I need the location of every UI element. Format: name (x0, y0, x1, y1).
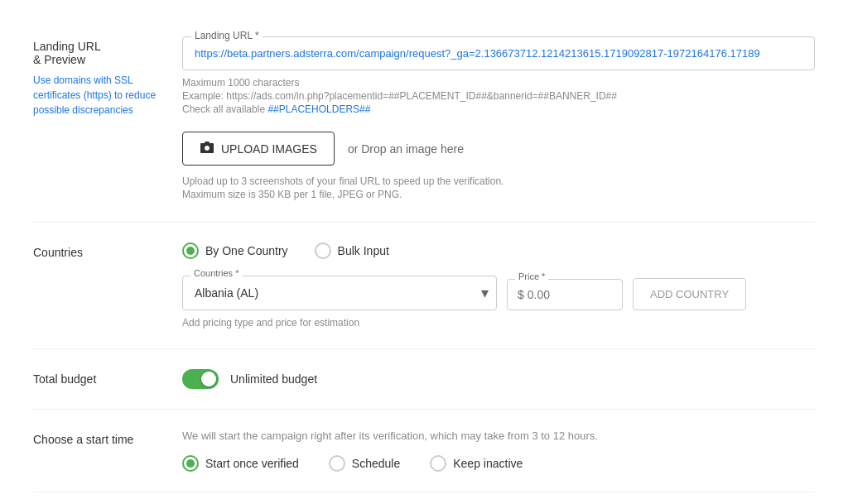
url-hint-max: Maximum 1000 characters (182, 77, 815, 89)
upload-hint2: Maximum size is 350 KB per 1 file, JPEG … (182, 189, 815, 200)
landing-url-label: Landing URL& Preview Use domains with SS… (33, 36, 182, 202)
placeholders-link[interactable]: ##PLACEHOLDERS## (267, 103, 370, 115)
radio-circle-bulk-input (315, 242, 331, 259)
camera-icon (200, 141, 214, 156)
upload-button-label: UPLOAD IMAGES (221, 142, 317, 156)
radio-circle-by-one-country (182, 242, 199, 259)
start-time-hint: We will start the campaign right after i… (182, 430, 815, 442)
radio-circle-keep-inactive (430, 455, 446, 472)
radio-label-schedule: Schedule (352, 457, 400, 470)
radio-label-start-verified: Start once verified (205, 457, 299, 470)
countries-radio-group: By One Country Bulk Input (182, 242, 815, 259)
url-value: https://beta.partners.adsterra.com/campa… (195, 47, 802, 60)
start-time-radio-group: Start once verified Schedule Keep inacti… (182, 455, 815, 472)
drop-text: or Drop an image here (348, 142, 464, 156)
radio-circle-start-verified (182, 455, 199, 472)
url-hint-example: Example: https://ads.com/in.php?placemen… (182, 90, 815, 102)
url-field-label: Landing URL * (191, 30, 263, 41)
radio-keep-inactive[interactable]: Keep inactive (430, 455, 523, 472)
upload-images-button[interactable]: UPLOAD IMAGES (182, 132, 335, 166)
price-symbol: $ (518, 288, 524, 301)
countries-hint: Add pricing type and price for estimatio… (182, 317, 815, 329)
radio-label-by-one-country: By One Country (205, 244, 288, 257)
countries-select-label: Countries * (190, 268, 242, 278)
price-wrapper: Price * $ (507, 279, 623, 310)
countries-select-wrapper: Countries * Albania (AL) ▾ (182, 276, 497, 310)
countries-section-label: Countries (33, 242, 182, 329)
countries-select[interactable]: Albania (AL) (182, 276, 497, 310)
radio-label-keep-inactive: Keep inactive (453, 457, 523, 470)
unlimited-budget-toggle[interactable] (182, 369, 219, 389)
radio-by-one-country[interactable]: By One Country (182, 242, 288, 259)
radio-start-verified[interactable]: Start once verified (182, 455, 299, 472)
radio-bulk-input[interactable]: Bulk Input (315, 242, 389, 259)
radio-label-bulk-input: Bulk Input (338, 244, 389, 257)
price-field-label: Price * (515, 271, 548, 281)
price-input-row: $ (507, 279, 623, 310)
price-input[interactable] (528, 288, 594, 301)
url-hint-check: Check all available ##PLACEHOLDERS## (182, 103, 815, 115)
radio-schedule[interactable]: Schedule (329, 455, 400, 472)
toggle-knob (201, 372, 216, 386)
upload-hint1: Upload up to 3 screenshots of your final… (182, 175, 815, 187)
budget-label: Unlimited budget (230, 372, 317, 386)
add-country-button[interactable]: ADD COUNTRY (633, 278, 746, 310)
budget-row: Unlimited budget (182, 369, 815, 389)
countries-row: Countries * Albania (AL) ▾ Price * $ ADD… (182, 276, 815, 310)
landing-url-field[interactable]: Landing URL * https://beta.partners.adst… (182, 36, 815, 70)
budget-section-label: Total budget (33, 369, 182, 389)
radio-circle-schedule (329, 455, 345, 472)
start-time-section-label: Choose a start time (33, 430, 182, 472)
